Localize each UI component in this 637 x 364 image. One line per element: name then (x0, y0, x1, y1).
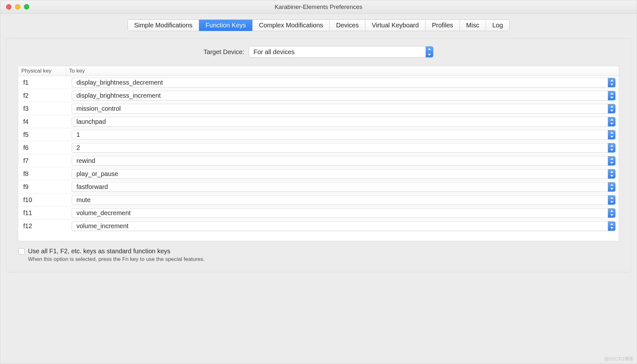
tab-function-keys[interactable]: Function Keys (199, 20, 253, 31)
to-key-cell: mission_control (72, 104, 619, 114)
standard-fn-keys-hint: When this option is selected, press the … (28, 256, 619, 262)
to-key-select[interactable]: mission_control (72, 104, 616, 114)
content-area: Simple ModificationsFunction KeysComplex… (0, 14, 637, 272)
main-panel: Target Device: For all devices Physical … (6, 38, 631, 272)
function-keys-table: Physical key To key f1display_brightness… (18, 66, 619, 241)
to-key-value: display_brightness_increment (76, 92, 161, 99)
to-key-value: mute (76, 196, 90, 204)
chevron-updown-icon (608, 91, 615, 100)
table-row: f11volume_decrement (18, 206, 619, 220)
to-key-select[interactable]: launchpad (72, 117, 616, 127)
physical-key-cell: f8 (18, 170, 72, 178)
to-key-select[interactable]: 1 (72, 130, 616, 140)
to-key-value: display_brightness_decrement (76, 79, 163, 86)
to-key-select[interactable]: volume_increment (72, 221, 616, 231)
to-key-value: play_or_pause (76, 170, 118, 178)
to-key-cell: launchpad (72, 117, 619, 127)
to-key-select[interactable]: fastforward (72, 182, 616, 192)
to-key-cell: mute (72, 195, 619, 205)
table-row: f4launchpad (18, 115, 619, 128)
physical-key-cell: f6 (18, 144, 72, 151)
table-row: f51 (18, 128, 619, 141)
to-key-value: 1 (76, 131, 80, 138)
chevron-updown-icon (608, 78, 615, 87)
to-key-cell: rewind (72, 156, 619, 166)
table-row: f7rewind (18, 154, 619, 167)
table-header: Physical key To key (18, 66, 619, 76)
target-device-row: Target Device: For all devices (18, 46, 619, 58)
to-key-cell: 2 (72, 143, 619, 153)
to-key-select[interactable]: 2 (72, 143, 616, 153)
to-key-value: launchpad (76, 118, 106, 125)
header-to-key: To key (66, 66, 619, 76)
table-row: f10mute (18, 193, 619, 206)
to-key-select[interactable]: rewind (72, 156, 616, 166)
to-key-value: rewind (76, 157, 95, 164)
to-key-cell: display_brightness_increment (72, 91, 619, 101)
standard-fn-keys-checkbox[interactable] (18, 248, 25, 255)
window-title: Karabiner-Elements Preferences (0, 4, 637, 10)
to-key-value: mission_control (76, 105, 121, 112)
table-row: f62 (18, 141, 619, 154)
physical-key-cell: f9 (18, 183, 72, 191)
physical-key-cell: f3 (18, 105, 72, 112)
physical-key-cell: f7 (18, 157, 72, 164)
tab-log[interactable]: Log (486, 20, 509, 31)
tab-segmented-control: Simple ModificationsFunction KeysComplex… (127, 19, 510, 31)
to-key-select[interactable]: play_or_pause (72, 169, 616, 179)
watermark: @51CTO博客 (604, 356, 634, 362)
chevron-updown-icon (426, 46, 433, 57)
target-device-value: For all devices (254, 48, 295, 56)
to-key-value: 2 (76, 144, 80, 151)
to-key-value: volume_increment (76, 222, 128, 230)
chevron-updown-icon (608, 104, 615, 113)
table-body: f1display_brightness_decrementf2display_… (18, 76, 619, 233)
tab-complex-modifications[interactable]: Complex Modifications (253, 20, 330, 31)
physical-key-cell: f10 (18, 196, 72, 204)
to-key-cell: fastforward (72, 182, 619, 192)
tab-profiles[interactable]: Profiles (426, 20, 460, 31)
physical-key-cell: f5 (18, 131, 72, 138)
chevron-updown-icon (608, 221, 615, 231)
to-key-cell: volume_decrement (72, 208, 619, 218)
to-key-select[interactable]: mute (72, 195, 616, 205)
chevron-updown-icon (608, 156, 615, 165)
chevron-updown-icon (608, 208, 615, 218)
footer: Use all F1, F2, etc. keys as standard fu… (18, 248, 619, 262)
standard-fn-keys-label: Use all F1, F2, etc. keys as standard fu… (28, 248, 170, 255)
to-key-select[interactable]: display_brightness_decrement (72, 78, 616, 88)
header-physical-key: Physical key (18, 66, 66, 76)
chevron-updown-icon (608, 130, 615, 139)
table-row: f12volume_increment (18, 220, 619, 233)
table-row: f2display_brightness_increment (18, 89, 619, 102)
chevron-updown-icon (608, 143, 615, 152)
table-empty-row (18, 233, 619, 241)
to-key-cell: display_brightness_decrement (72, 78, 619, 88)
standard-fn-keys-row: Use all F1, F2, etc. keys as standard fu… (18, 248, 619, 255)
tab-virtual-keyboard[interactable]: Virtual Keyboard (365, 20, 426, 31)
tab-bar: Simple ModificationsFunction KeysComplex… (6, 19, 631, 31)
table-row: f9fastforward (18, 180, 619, 193)
physical-key-cell: f4 (18, 118, 72, 125)
table-row: f1display_brightness_decrement (18, 76, 619, 89)
chevron-updown-icon (608, 182, 615, 192)
physical-key-cell: f11 (18, 209, 72, 217)
to-key-value: fastforward (76, 183, 108, 191)
tab-misc[interactable]: Misc (460, 20, 486, 31)
table-row: f8play_or_pause (18, 167, 619, 180)
physical-key-cell: f2 (18, 92, 72, 99)
physical-key-cell: f1 (18, 79, 72, 86)
chevron-updown-icon (608, 117, 615, 126)
to-key-select[interactable]: display_brightness_increment (72, 91, 616, 101)
to-key-cell: volume_increment (72, 221, 619, 231)
chevron-updown-icon (608, 195, 615, 205)
table-row: f3mission_control (18, 102, 619, 115)
to-key-select[interactable]: volume_decrement (72, 208, 616, 218)
chevron-updown-icon (608, 169, 615, 178)
tab-simple-modifications[interactable]: Simple Modifications (128, 20, 199, 31)
tab-devices[interactable]: Devices (330, 20, 365, 31)
preferences-window: Karabiner-Elements Preferences Simple Mo… (0, 0, 637, 364)
target-device-select[interactable]: For all devices (249, 46, 433, 58)
titlebar: Karabiner-Elements Preferences (0, 0, 637, 14)
to-key-cell: 1 (72, 130, 619, 140)
